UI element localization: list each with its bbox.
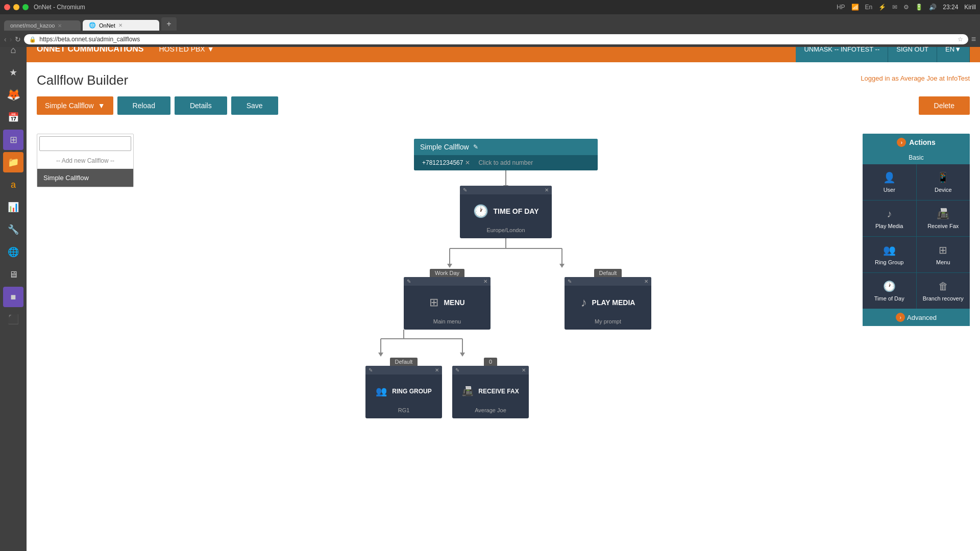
bt-icon: ⚡ bbox=[878, 4, 886, 11]
volume-icon: 🔊 bbox=[929, 4, 937, 11]
en-icon: En bbox=[865, 4, 873, 11]
wifi-icon: 📶 bbox=[851, 4, 859, 11]
settings-icon: ⚙ bbox=[903, 4, 909, 11]
tab-onnet-mod-kazoo[interactable]: onnet/mod_kazoo ✕ bbox=[4, 20, 81, 31]
forward-button[interactable]: › bbox=[10, 35, 12, 36]
tab-favicon: 🌐 bbox=[89, 22, 96, 29]
tab-close-active-icon[interactable]: ✕ bbox=[118, 22, 122, 28]
mail-icon: ✉ bbox=[892, 4, 897, 11]
address-bar[interactable]: 🔒 https://beta.onnet.su/admin_callflows … bbox=[24, 34, 968, 36]
user-name: Kirill bbox=[964, 4, 976, 11]
battery-icon: 🔋 bbox=[915, 4, 923, 11]
back-button[interactable]: ‹ bbox=[4, 35, 7, 36]
new-tab-button[interactable]: + bbox=[161, 17, 177, 31]
window-close[interactable] bbox=[4, 4, 10, 10]
hp-icon: HP bbox=[837, 4, 845, 11]
tab-close-icon[interactable]: ✕ bbox=[58, 23, 62, 29]
window-maximize[interactable] bbox=[22, 4, 29, 10]
window-title: OnNet - Chromium bbox=[34, 4, 85, 11]
tab-label: OnNet bbox=[99, 22, 115, 29]
tab-onnet[interactable]: 🌐 OnNet ✕ bbox=[83, 20, 159, 31]
tab-label: onnet/mod_kazoo bbox=[10, 22, 55, 29]
window-minimize[interactable] bbox=[13, 4, 19, 10]
menu-icon[interactable]: ≡ bbox=[971, 35, 976, 36]
clock: 23:24 bbox=[943, 4, 958, 11]
refresh-button[interactable]: ↻ bbox=[15, 35, 21, 36]
